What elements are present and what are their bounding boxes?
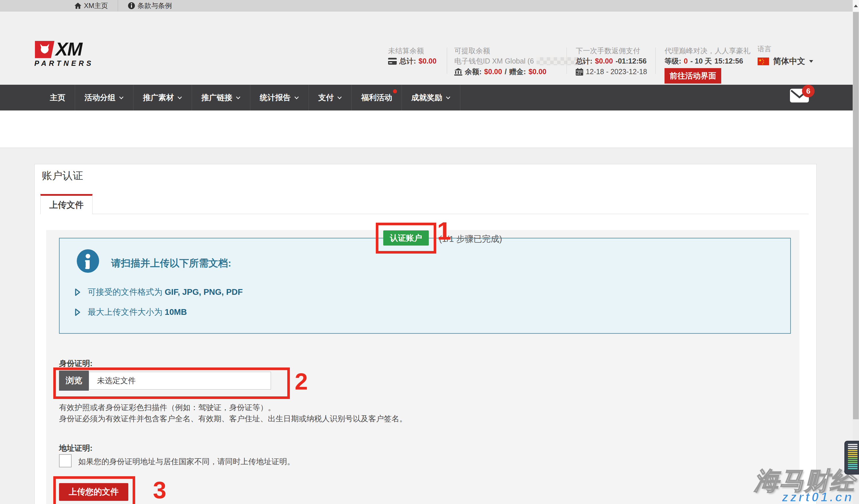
logo-text: XM <box>56 41 82 58</box>
wallet-id-redacted <box>537 57 579 65</box>
xm-home-link[interactable]: XM主页 <box>64 0 118 12</box>
nav-achievements[interactable]: 成就奖励 <box>402 85 460 110</box>
tab-strip-border <box>40 214 809 214</box>
unsettled-balance-block: 未结算余额 总计: $0.00 <box>388 46 437 66</box>
browse-button[interactable]: 浏览 <box>59 371 89 391</box>
level-value: 0 <box>684 56 688 66</box>
unsettled-total-value: $0.00 <box>419 56 437 66</box>
nav-promo-materials[interactable]: 推广素材 <box>134 85 192 110</box>
info-circle-icon <box>76 249 100 273</box>
address-proof-label: 地址证明: <box>59 443 92 453</box>
nav-payments[interactable]: 支付 <box>309 85 352 110</box>
language-value: 简体中文 <box>773 56 805 67</box>
nav-label: 推广链接 <box>201 92 232 103</box>
logo-subtext: PARTNERS <box>34 59 94 67</box>
annotation-digit-2: 2 <box>295 370 308 393</box>
nav-promo-links[interactable]: 推广链接 <box>192 85 250 110</box>
watermark-url: zzrt01.cn <box>782 490 854 504</box>
file-name-field[interactable]: 未选定文件 <box>89 372 271 390</box>
chevron-down-icon <box>446 96 451 99</box>
payout-total-label: 总计: <box>576 56 592 66</box>
identity-desc-line2: 身份证必须为有效证件并包含客户全名、有效期、客户住址、出生日期或纳税人识别号以及… <box>59 413 407 424</box>
format-text: 可接受的文件格式为 <box>88 287 165 297</box>
verify-account-button[interactable]: 认证账户 <box>383 231 429 246</box>
balance-value: $0.00 <box>484 66 502 77</box>
terms-label: 条款与条例 <box>137 1 172 10</box>
instructions-box: 请扫描并上传以下所需文档: 可接受的文件格式为 GIF, JPG, PNG, P… <box>59 238 791 334</box>
divider <box>567 48 567 74</box>
terms-link[interactable]: 条款与条例 <box>118 0 182 12</box>
chevron-down-icon <box>337 96 342 99</box>
language-block: 语言 ★★★★★ 简体中文 <box>758 44 813 67</box>
page-title: 账户认证 <box>42 169 83 183</box>
chevron-down-icon <box>809 60 813 63</box>
chevron-down-icon <box>177 96 182 99</box>
nav-benefits[interactable]: 福利活动 <box>352 85 402 110</box>
notification-dot <box>393 89 397 93</box>
bank-icon <box>454 68 462 76</box>
payout-countdown: -01:12:56 <box>616 56 647 66</box>
chevron-down-icon <box>294 96 299 99</box>
scrollbar-thumb[interactable] <box>853 12 859 419</box>
nav-label: 推广素材 <box>143 92 174 103</box>
svg-text:★: ★ <box>758 58 762 62</box>
chevron-down-icon <box>119 96 124 99</box>
china-flag-icon: ★★★★★ <box>758 58 769 65</box>
nav-label: 主页 <box>50 92 65 103</box>
scrollbar-up-arrow[interactable] <box>853 0 859 12</box>
mail-count-badge: 6 <box>802 85 815 97</box>
language-selector[interactable]: ★★★★★ 简体中文 <box>758 56 813 67</box>
payout-total-value: $0.00 <box>595 56 613 66</box>
equalizer-widget[interactable] <box>844 441 859 474</box>
user-bar: 尊敬的SAN，您好 当前等级：Bronze 升级攻略 代理成就奖励计划，尊享更多… <box>0 110 859 148</box>
account-verification-card: 账户认证 上传文件 请扫描并上传以下所需文档: 可接受的文件格式为 GIF, J… <box>34 164 817 504</box>
bonus-value: $0.00 <box>528 66 546 77</box>
wallet-id-prefix: 电子钱包ID XM Global (6 <box>454 56 534 66</box>
info-icon <box>128 2 135 10</box>
xm-home-label: XM主页 <box>84 1 108 10</box>
size-value: 10MB <box>165 308 187 317</box>
promo-timer: 15:12:56 <box>714 56 743 66</box>
next-payout-label: 下一次手数返佣支付 <box>576 46 647 56</box>
top-utility-bar: XM主页 条款与条例 <box>0 0 859 12</box>
upload-form-panel: 请扫描并上传以下所需文档: 可接受的文件格式为 GIF, JPG, PNG, P… <box>46 230 799 504</box>
promo-label: 代理巅峰对决，人人享豪礼 <box>664 46 751 56</box>
nav-label: 活动分组 <box>85 92 116 103</box>
nav-label: 统计报告 <box>260 92 291 103</box>
tab-upload-files[interactable]: 上传文件 <box>40 194 92 214</box>
identity-desc-line1: 有效护照或者身份证彩色扫描件（例如：驾驶证，身份证等）。 <box>59 402 407 413</box>
level-rest: - 10 天 <box>690 56 712 66</box>
address-proof-hint: 如果您的身份证明地址与居住国家不同，请同时上传地址证明。 <box>78 456 295 467</box>
instructions-heading: 请扫描并上传以下所需文档: <box>111 257 231 270</box>
nav-statistics[interactable]: 统计报告 <box>250 85 309 110</box>
bull-icon <box>34 41 55 58</box>
identity-description: 有效护照或者身份证彩色扫描件（例如：驾驶证，身份证等）。 身份证必须为有效证件并… <box>59 402 407 424</box>
annotation-digit-3: 3 <box>153 478 166 502</box>
go-to-activity-button[interactable]: 前往活动界面 <box>664 68 721 83</box>
bullet-triangle-icon <box>74 308 81 316</box>
balance-label: 余额: <box>465 66 482 77</box>
address-proof-checkbox[interactable] <box>59 454 72 467</box>
nav-activity-groups[interactable]: 活动分组 <box>75 85 134 110</box>
identity-proof-label: 身份证明: <box>59 358 92 368</box>
page: XM主页 条款与条例 XM PARTNERS 未结算余额 总计: $0 <box>0 0 859 504</box>
divider <box>447 48 447 74</box>
identity-file-input[interactable]: 浏览 未选定文件 <box>59 371 271 391</box>
upload-files-button[interactable]: 上传您的文件 <box>59 483 128 501</box>
mailbox-button[interactable]: 6 <box>790 89 809 104</box>
calendar-icon <box>576 68 583 76</box>
withdrawable-label: 可提取余额 <box>454 46 584 56</box>
scrollbar[interactable] <box>853 0 859 504</box>
bullet-triangle-icon <box>74 288 81 296</box>
nav-label: 成就奖励 <box>411 92 442 103</box>
format-requirement: 可接受的文件格式为 GIF, JPG, PNG, PDF <box>74 286 243 298</box>
size-text: 最大上传文件大小为 <box>88 308 165 317</box>
nav-home[interactable]: 主页 <box>40 85 75 110</box>
chevron-down-icon <box>236 96 241 99</box>
xm-partners-logo[interactable]: XM PARTNERS <box>34 41 94 67</box>
payout-date-range: 12-18 - 2023-12-18 <box>586 66 647 77</box>
annotation-digit-1: 1 <box>437 218 451 243</box>
promo-block: 代理巅峰对决，人人享豪礼 等级: 0 - 10 天 15:12:56 前往活动界… <box>664 46 751 83</box>
bonus-label: 赠金: <box>509 66 526 77</box>
svg-text:★: ★ <box>762 63 763 65</box>
